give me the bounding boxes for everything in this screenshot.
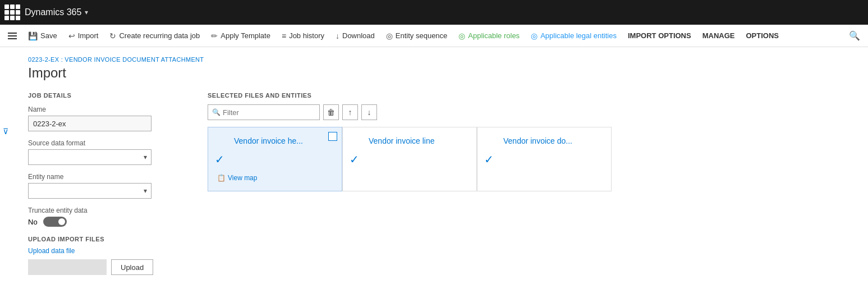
file-picker-button[interactable] (28, 259, 107, 275)
app-title[interactable]: Dynamics 365 ▾ (25, 7, 88, 17)
page-title: Import (28, 65, 857, 81)
upload-button[interactable]: Upload (111, 259, 153, 275)
name-label: Name (28, 106, 185, 113)
list-icon: ≡ (282, 31, 286, 40)
entity-cards: ✓ Vendor invoice he... 📋 View map ✓ (208, 127, 857, 191)
move-up-button[interactable]: ↑ (342, 104, 358, 120)
left-panel: JOB DETAILS Name Source data format Enti… (28, 92, 185, 275)
applicable-legal-button[interactable]: ◎ Applicable legal entities (525, 25, 622, 47)
filter-search-icon: 🔍 (212, 108, 221, 116)
cmd-right: 🔍 (843, 25, 866, 47)
check-icon-1: ✓ (350, 153, 359, 166)
entity-sequence-button[interactable]: ◎ Entity sequence (380, 25, 453, 47)
entity-name-label: Entity name (28, 173, 185, 181)
breadcrumb: 0223-2-EX : VENDOR INVOICE DOCUMENT ATTA… (28, 56, 857, 63)
app-grid-icon[interactable] (4, 4, 20, 20)
filter-input[interactable] (208, 104, 320, 120)
download-button[interactable]: ↓ Download (330, 25, 380, 47)
applicable-roles-icon: ◎ (458, 31, 465, 40)
manage-button[interactable]: MANAGE (697, 25, 741, 47)
check-icon-2: ✓ (484, 153, 494, 166)
entity-name-wrapper (28, 183, 151, 199)
pencil-icon: ✏ (211, 31, 218, 40)
entity-card-name-2: Vendor invoice do... (503, 136, 572, 145)
entity-card-2[interactable]: ✓ Vendor invoice do... (477, 127, 612, 191)
page-wrapper: ⊽ 0223-2-EX : VENDOR INVOICE DOCUMENT AT… (0, 47, 868, 284)
apply-template-button[interactable]: ✏ Apply Template (205, 25, 276, 47)
title-chevron-icon: ▾ (85, 8, 88, 16)
view-map-icon: 📋 (217, 174, 226, 182)
filter-input-wrap: 🔍 (208, 104, 320, 120)
command-bar: 💾 Save ↩ Import ↻ Create recurring data … (0, 25, 868, 47)
delete-button[interactable]: 🗑 (323, 104, 339, 120)
truncate-label: Truncate entity data (28, 207, 185, 214)
upload-data-label[interactable]: Upload data file (28, 247, 185, 255)
check-icon-0: ✓ (215, 153, 224, 166)
entity-card-1[interactable]: ✓ Vendor invoice line (342, 127, 477, 191)
save-button[interactable]: 💾 Save (22, 25, 63, 47)
filter-icon[interactable]: ⊽ (0, 126, 11, 137)
entity-card-name-1: Vendor invoice line (369, 136, 435, 145)
hamburger-menu[interactable] (2, 25, 22, 47)
selected-files-label: SELECTED FILES AND ENTITIES (208, 92, 857, 99)
top-bar: Dynamics 365 ▾ (0, 0, 868, 25)
entities-toolbar: 🔍 🗑 ↑ ↓ (208, 104, 857, 120)
create-recurring-button[interactable]: ↻ Create recurring data job (104, 25, 205, 47)
entity-sequence-icon: ◎ (386, 31, 393, 40)
move-down-icon: ↓ (368, 108, 371, 117)
entity-card-name-0: Vendor invoice he... (234, 136, 303, 145)
source-data-format-wrapper (28, 149, 151, 165)
search-icon[interactable]: 🔍 (843, 25, 866, 47)
page-content: 0223-2-EX : VENDOR INVOICE DOCUMENT ATTA… (17, 47, 868, 284)
right-panel: SELECTED FILES AND ENTITIES 🔍 🗑 ↑ ↓ (208, 92, 857, 275)
source-data-format-label: Source data format (28, 139, 185, 147)
source-data-format-select[interactable] (28, 149, 151, 165)
save-icon: 💾 (28, 31, 38, 40)
entity-card-0[interactable]: ✓ Vendor invoice he... 📋 View map (208, 127, 342, 191)
import-icon: ↩ (68, 31, 75, 40)
import-options-button[interactable]: IMPORT OPTIONS (622, 25, 697, 47)
job-history-button[interactable]: ≡ Job history (276, 25, 330, 47)
job-details-label: JOB DETAILS (28, 92, 185, 99)
applicable-roles-button[interactable]: ◎ Applicable roles (453, 25, 525, 47)
move-up-icon: ↑ (348, 108, 352, 117)
upload-row: Upload (28, 259, 185, 275)
selection-box-0[interactable] (328, 132, 337, 141)
move-down-button[interactable]: ↓ (361, 104, 377, 120)
main-layout: JOB DETAILS Name Source data format Enti… (28, 92, 857, 275)
import-button[interactable]: ↩ Import (63, 25, 104, 47)
truncate-toggle[interactable] (43, 217, 67, 227)
applicable-legal-icon: ◎ (531, 31, 538, 40)
view-map-button-0[interactable]: 📋 View map (217, 174, 333, 182)
upload-section-label: UPLOAD IMPORT FILES (28, 236, 185, 242)
name-input[interactable] (28, 116, 151, 131)
delete-icon: 🗑 (327, 108, 335, 117)
options-button[interactable]: OPTIONS (740, 25, 784, 47)
truncate-value: No (28, 218, 38, 226)
download-icon: ↓ (336, 31, 339, 40)
recurring-icon: ↻ (109, 31, 116, 40)
truncate-row: No (28, 217, 185, 227)
entity-name-select[interactable] (28, 183, 151, 199)
